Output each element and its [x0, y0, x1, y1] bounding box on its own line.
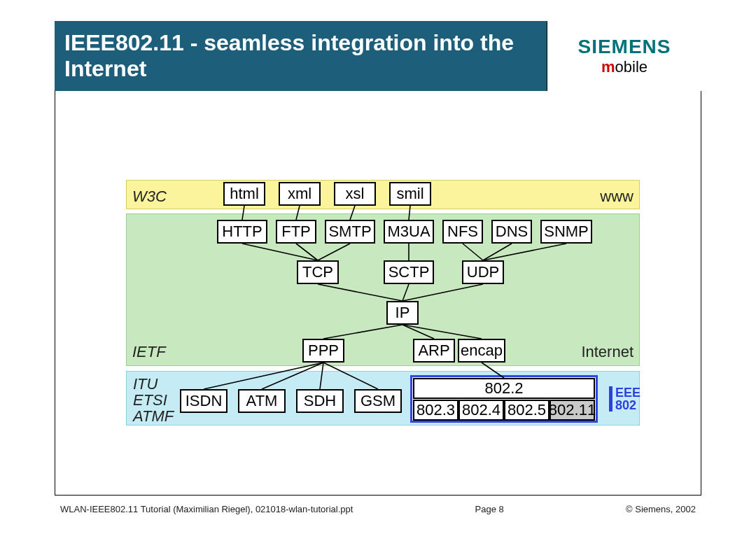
siemens-wordmark: SIEMENS	[578, 36, 671, 58]
box-arp: ARP	[413, 339, 455, 363]
box-80211: 802.11	[550, 400, 595, 421]
box-xml: xml	[279, 182, 321, 206]
box-xsl: xsl	[334, 182, 376, 206]
slide: IEEE802.11 - seamless integration into t…	[0, 0, 756, 534]
label-internet: Internet	[581, 343, 634, 361]
ieee-logo: EEE 802	[609, 386, 640, 412]
header: IEEE802.11 - seamless integration into t…	[55, 21, 701, 91]
footer-left: WLAN-IEEE802.11 Tutorial (Maximilian Rie…	[60, 504, 353, 514]
box-ip: IP	[386, 301, 419, 325]
box-snmp: SNMP	[540, 220, 592, 244]
box-encap: encap	[458, 339, 505, 363]
box-smil: smil	[389, 182, 431, 206]
box-sdh: SDH	[296, 389, 344, 413]
box-8025: 802.5	[504, 400, 550, 421]
label-w3c: W3C	[132, 188, 167, 206]
box-sctp: SCTP	[384, 260, 434, 284]
box-udp: UDP	[462, 260, 504, 284]
box-8022: 802.2	[413, 378, 595, 399]
box-atm: ATM	[238, 389, 286, 413]
slide-title: IEEE802.11 - seamless integration into t…	[55, 21, 547, 91]
footer-right: © Siemens, 2002	[626, 504, 696, 514]
box-m3ua: M3UA	[384, 220, 434, 244]
box-isdn: ISDN	[180, 389, 227, 413]
box-8024: 802.4	[458, 400, 504, 421]
box-dns: DNS	[491, 220, 532, 244]
footer: WLAN-IEEE802.11 Tutorial (Maximilian Rie…	[60, 504, 696, 514]
label-atmf: ATMF	[133, 407, 174, 426]
box-smtp: SMTP	[325, 220, 375, 244]
label-ietf: IETF	[132, 343, 166, 361]
box-tcp: TCP	[297, 260, 339, 284]
footer-page: Page 8	[475, 504, 504, 514]
box-ftp: FTP	[276, 220, 316, 244]
box-http: HTTP	[217, 220, 267, 244]
label-www: www	[600, 188, 634, 206]
box-ppp: PPP	[302, 339, 344, 363]
box-html: html	[223, 182, 265, 206]
mobile-wordmark: mobile	[601, 58, 648, 76]
box-8023: 802.3	[413, 400, 458, 421]
box-nfs: NFS	[442, 220, 483, 244]
brand-logo: SIEMENS mobile	[547, 21, 701, 91]
layer-w3c: W3C www	[126, 180, 640, 209]
box-gsm: GSM	[354, 389, 402, 413]
